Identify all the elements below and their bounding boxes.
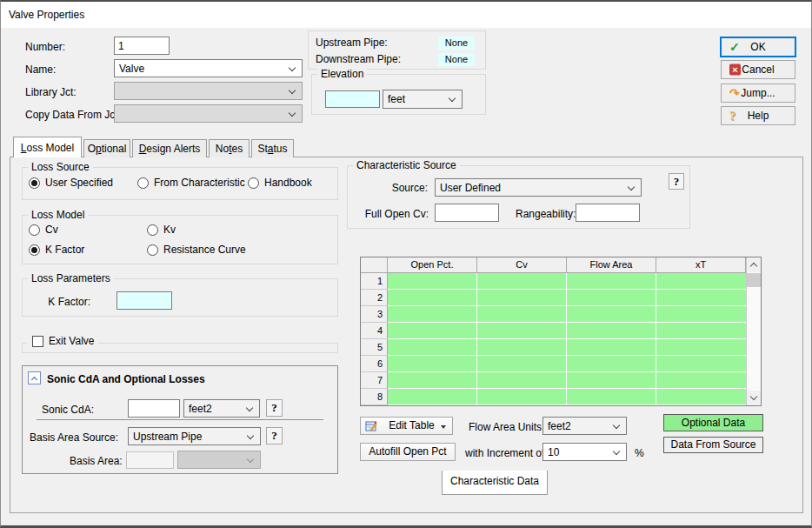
table-cell[interactable]	[656, 323, 746, 339]
sonic-panel-title: Sonic CdA and Optional Losses	[47, 373, 205, 385]
radio-from-characteristic[interactable]: From Characteristic	[137, 177, 245, 189]
exit-valve-checkbox[interactable]: Exit Valve	[27, 336, 99, 347]
tab-loss-model[interactable]: Loss Model	[13, 137, 82, 157]
window-title: Valve Properties	[9, 9, 84, 21]
table-cell[interactable]	[567, 273, 656, 290]
table-cell[interactable]	[567, 306, 656, 323]
table-row: 8	[361, 389, 746, 405]
flow-area-units-select[interactable]: feet2	[542, 417, 627, 435]
k-factor-input[interactable]	[116, 291, 172, 310]
row-number: 8	[361, 389, 388, 405]
table-cell[interactable]	[477, 306, 567, 323]
table-cell[interactable]	[656, 290, 746, 306]
table-row: 6	[361, 356, 746, 372]
table-cell[interactable]	[656, 389, 746, 405]
radio-kv[interactable]: Kv	[147, 224, 176, 236]
table-cell[interactable]	[477, 356, 567, 372]
number-input[interactable]	[114, 37, 170, 55]
elevation-input[interactable]	[325, 90, 380, 108]
tab-notes[interactable]: Notes	[209, 139, 250, 157]
collapse-button[interactable]	[28, 371, 41, 384]
tab-optional[interactable]: Optional	[83, 139, 130, 157]
flow-area-units-label: Flow Area Units:	[469, 421, 544, 433]
sonic-cda-help-button[interactable]: ?	[266, 399, 283, 417]
elevation-unit-select[interactable]: feet	[383, 90, 463, 109]
cancel-button[interactable]: × Cancel	[721, 60, 795, 79]
table-scrollbar[interactable]	[746, 257, 761, 405]
radio-handbook[interactable]: Handbook	[248, 177, 312, 189]
table-cell[interactable]	[567, 356, 656, 372]
table-cell[interactable]	[388, 290, 477, 306]
row-number: 4	[361, 323, 388, 339]
scrollbar-thumb[interactable]	[747, 273, 761, 287]
table-cell[interactable]	[388, 339, 477, 356]
table-cell[interactable]	[567, 339, 656, 356]
jump-button[interactable]: ↷ Jump...	[721, 84, 795, 103]
library-jct-select[interactable]	[114, 82, 303, 100]
radio-resistance-curve[interactable]: Resistance Curve	[147, 244, 246, 256]
table-cell[interactable]	[388, 389, 477, 405]
tab-characteristic-data[interactable]: Characteristic Data	[442, 471, 548, 495]
scroll-up-button[interactable]	[747, 257, 761, 272]
chevron-up-icon	[31, 377, 37, 383]
basis-area-help-button[interactable]: ?	[266, 427, 283, 444]
table-body: 12345678	[361, 273, 746, 405]
tab-design-alerts[interactable]: Design Alerts	[132, 139, 207, 157]
source-select[interactable]: User Defined	[435, 178, 642, 197]
table-cell[interactable]	[567, 323, 656, 339]
check-icon: ✓	[729, 42, 740, 53]
table-cell[interactable]	[388, 372, 477, 389]
increment-select[interactable]: 10	[542, 443, 627, 461]
x-icon: ×	[729, 64, 741, 76]
table-cell[interactable]	[388, 356, 477, 372]
characteristic-help-button[interactable]: ?	[669, 173, 684, 190]
basis-area-source-select[interactable]: Upstream Pipe	[128, 427, 261, 445]
table-cell[interactable]	[477, 339, 567, 356]
table-cell[interactable]	[477, 290, 567, 306]
optional-data-button[interactable]: Optional Data	[663, 414, 763, 431]
tab-status[interactable]: Status	[251, 139, 294, 157]
help-button[interactable]: ? Help	[721, 106, 795, 125]
table-cell[interactable]	[477, 372, 567, 389]
table-cell[interactable]	[656, 273, 746, 290]
column-header: Open Pct.	[388, 257, 477, 273]
radio-user-specified[interactable]: User Specified	[29, 177, 113, 189]
elevation-caption: Elevation	[317, 68, 367, 81]
table-cell[interactable]	[477, 389, 567, 405]
table-cell[interactable]	[477, 273, 567, 290]
table-cell[interactable]	[388, 323, 477, 339]
radio-cv[interactable]: Cv	[29, 224, 58, 236]
table-cell[interactable]	[656, 356, 746, 372]
table-row: 3	[361, 306, 746, 323]
radio-icon	[147, 224, 158, 236]
chevron-down-icon	[289, 110, 296, 117]
column-header: Cv	[477, 257, 567, 273]
sonic-cda-input[interactable]	[128, 399, 180, 418]
table-cell[interactable]	[567, 389, 656, 405]
autofill-open-pct-button[interactable]: Autofill Open Pct	[360, 443, 456, 461]
sonic-cda-panel: Sonic CdA and Optional Losses Sonic CdA:…	[22, 365, 338, 474]
full-open-cv-input[interactable]	[435, 204, 499, 222]
table-cell[interactable]	[656, 372, 746, 389]
radio-k-factor[interactable]: K Factor	[29, 244, 84, 256]
characteristic-source-caption: Characteristic Source	[353, 159, 460, 172]
table-cell[interactable]	[656, 306, 746, 323]
table-cell[interactable]	[388, 273, 477, 290]
table-cell[interactable]	[388, 306, 477, 323]
copy-data-select[interactable]	[114, 104, 303, 123]
table-cell[interactable]	[567, 372, 656, 389]
divider	[37, 419, 323, 420]
table-cell[interactable]	[477, 323, 567, 339]
sonic-cda-unit-select[interactable]: feet2	[183, 399, 260, 418]
edit-table-button[interactable]: Edit Table	[360, 417, 453, 435]
basis-area-unit-select	[177, 451, 261, 469]
table-cell[interactable]	[567, 290, 656, 306]
copy-data-label: Copy Data From Jct...	[25, 109, 127, 121]
data-from-source-button[interactable]: Data From Source	[663, 437, 763, 453]
radio-icon	[29, 224, 40, 236]
rangeability-input[interactable]	[576, 204, 640, 222]
table-cell[interactable]	[656, 339, 746, 356]
ok-button[interactable]: ✓ OK	[721, 37, 795, 57]
scroll-down-button[interactable]	[747, 391, 761, 405]
name-select[interactable]: Valve	[114, 59, 303, 77]
